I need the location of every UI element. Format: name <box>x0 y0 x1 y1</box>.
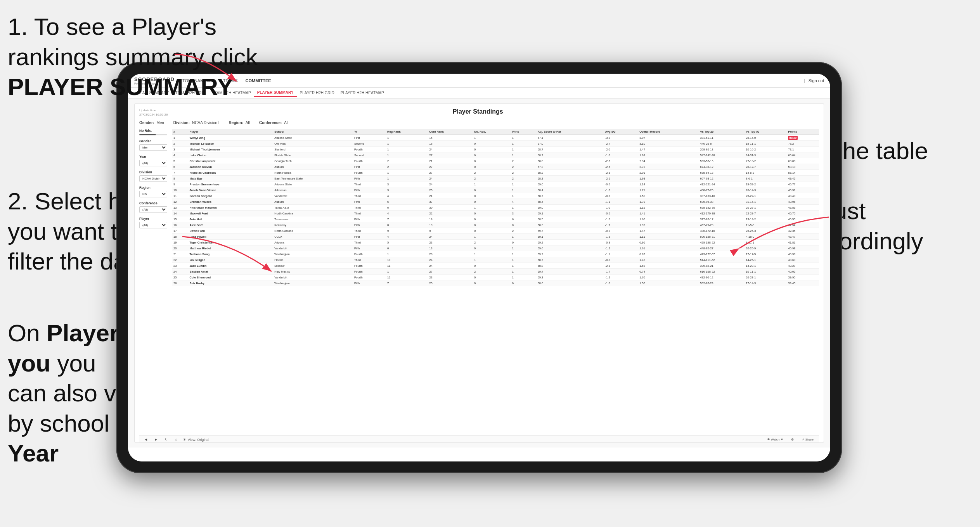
toolbar-home[interactable]: ⌂ <box>173 437 180 442</box>
cell-school: Washington <box>273 251 353 257</box>
table-row: 12 Brendan Valdes Auburn Fifth 5 37 0 4 … <box>172 199 819 205</box>
gender-filter-label: Gender <box>139 139 167 143</box>
cell-vt25: 14-5-3 <box>744 170 786 176</box>
cell-avg-sg: -2.3 <box>604 170 638 176</box>
cell-points: 39.45 <box>786 280 819 286</box>
table-row: 4 Luke Claton Florida State Second 1 27 … <box>172 152 819 158</box>
toolbar-refresh[interactable]: ↻ <box>163 437 170 442</box>
toolbar-watch[interactable]: 👁 Watch ▼ <box>765 437 786 442</box>
cell-points: 40.96 <box>786 199 819 205</box>
cell-school: Tennessee <box>273 216 353 222</box>
cell-school: Florida <box>273 257 353 263</box>
cell-points: 88.20 <box>786 135 819 141</box>
col-adj: Adj. Score to Par <box>536 129 604 135</box>
year-select[interactable]: (All) <box>139 160 167 166</box>
cell-record: 309-82-21 <box>698 263 744 269</box>
cell-vt25: 28-12-7 <box>744 164 786 170</box>
subnav-player-h2h-heatmap[interactable]: PLAYER H2H HEATMAP <box>338 89 387 97</box>
cell-wins: 2 <box>511 176 536 181</box>
cell-adj: 68.3 <box>536 176 604 181</box>
cell-player: Nicholas Gabrelcik <box>188 170 273 176</box>
cell-points: 40.02 <box>786 269 819 275</box>
division-select[interactable]: NCAA Division I <box>139 175 167 182</box>
year-filter-label: Year <box>139 155 167 159</box>
cell-no-rds: 0 <box>473 280 511 286</box>
nav-signout[interactable]: Sign out <box>809 77 824 85</box>
cell-rank: 6 <box>172 164 188 170</box>
no-rds-slider[interactable] <box>139 134 167 135</box>
cell-wins: 1 <box>511 251 536 257</box>
toolbar-settings[interactable]: ⚙ <box>789 437 796 442</box>
cell-record: 562-82-23 <box>698 280 744 286</box>
cell-sg: 3.07 <box>638 135 698 141</box>
cell-school: Vanderbilt <box>273 193 353 199</box>
toolbar-forward[interactable]: ▶ <box>152 437 159 442</box>
cell-yr: Fifth <box>353 245 386 251</box>
cell-wins: 4 <box>511 199 536 205</box>
cell-adj: 68.8 <box>536 263 604 269</box>
cell-sg: 1.43 <box>638 257 698 263</box>
cell-adj: 68.5 <box>536 216 604 222</box>
toolbar-view: 👁 View: Original <box>183 438 209 442</box>
cell-reg-rank: 3 <box>386 187 428 193</box>
cell-yr: Fifth <box>353 216 386 222</box>
cell-reg-rank: 5 <box>386 199 428 205</box>
cell-wins: 3 <box>511 211 536 216</box>
cell-player: Christo Lamprecht <box>188 158 273 164</box>
cell-no-rds: 2 <box>473 269 511 275</box>
cell-player: Preston Summerhays <box>188 181 273 187</box>
conference-select[interactable]: (All) <box>139 206 167 213</box>
cell-rank: 16 <box>172 222 188 228</box>
region-select[interactable]: N/k <box>139 191 167 197</box>
cell-reg-rank: 9 <box>386 228 428 234</box>
cell-sg: 1.65 <box>638 275 698 280</box>
toolbar-back[interactable]: ◀ <box>142 437 149 442</box>
cell-conf-rank: 19 <box>428 222 473 228</box>
cell-school: Ole Miss <box>273 141 353 147</box>
cell-wins: 0 <box>511 280 536 286</box>
cell-wins: 2 <box>511 170 536 176</box>
cell-school: Texas A&M <box>273 205 353 211</box>
cell-record: 412-221-24 <box>698 181 744 187</box>
cell-vt25: 10-10-2 <box>744 147 786 152</box>
cell-school: UCLA <box>273 234 353 240</box>
cell-avg-sg: -0.3 <box>604 193 638 199</box>
cell-conf-rank: 27 <box>428 170 473 176</box>
nav-right: | Sign out <box>804 77 824 85</box>
cell-conf-rank: 24 <box>428 181 473 187</box>
cell-reg-rank: 4 <box>386 193 428 199</box>
cell-player: Luke Claton <box>188 152 273 158</box>
cell-adj: 69.0 <box>536 205 604 211</box>
cell-school: Arizona State <box>273 135 353 141</box>
cell-sg: 0.74 <box>638 269 698 275</box>
bottom-toolbar: ◀ ▶ ↻ ⌂ 👁 View: Original 👁 Watch ▼ ⚙ <box>139 435 819 443</box>
cell-no-rds: 0 <box>473 187 511 193</box>
cell-reg-rank: 6 <box>386 245 428 251</box>
cell-sg: 1.71 <box>638 187 698 193</box>
cell-yr: Second <box>353 141 386 147</box>
cell-player: Jacob Skov Olesen <box>188 187 273 193</box>
col-yr: Yr <box>353 129 386 135</box>
table-row: 5 Christo Lamprecht Georgia Tech Fourth … <box>172 158 819 164</box>
table-row: 3 Michael Thorbjornsen Stanford Fourth 1… <box>172 147 819 152</box>
cell-wins: 1 <box>511 147 536 152</box>
cell-vt25: 8-6-1 <box>744 176 786 181</box>
filter-conference-val: All <box>284 121 288 125</box>
player-select[interactable]: (All) <box>139 222 167 228</box>
cell-no-rds: 1 <box>473 135 511 141</box>
watch-label: Watch <box>771 438 779 441</box>
cell-avg-sg: -0.5 <box>604 181 638 187</box>
cell-school: East Tennessee State <box>273 176 353 181</box>
cell-player: Wenyi Ding <box>188 135 273 141</box>
cell-school: Missouri <box>273 263 353 269</box>
gender-select[interactable]: Men <box>139 144 167 151</box>
toolbar-share[interactable]: ↗ Share <box>799 437 816 442</box>
cell-avg-sg: -1.2 <box>604 275 638 280</box>
cell-conf-rank: 27 <box>428 152 473 158</box>
cell-record: 387-133-16 <box>698 193 744 199</box>
cell-reg-rank: 1 <box>386 269 428 275</box>
cell-adj: 69.4 <box>536 269 604 275</box>
cell-school: North Carolina <box>273 211 353 216</box>
cell-record: 492-96-12 <box>698 275 744 280</box>
cell-no-rds: 0 <box>473 245 511 251</box>
